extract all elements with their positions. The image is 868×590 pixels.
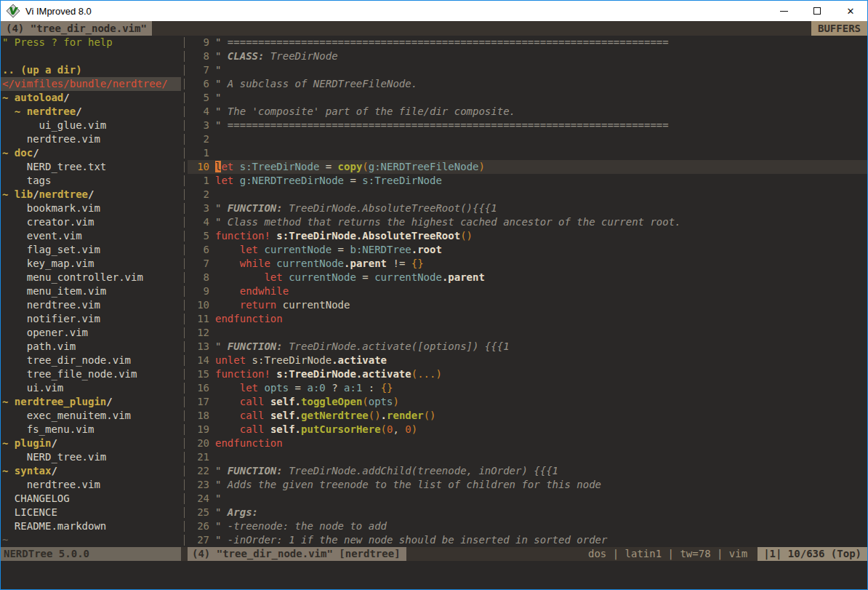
code-line[interactable]: 6" A subclass of NERDTreeFileNode. [188,77,867,91]
code-line[interactable]: 24" [188,492,867,506]
code-text: " -inOrder: 1 if the new node should be … [209,533,607,547]
line-number: 10 [188,160,209,174]
tree-file[interactable]: creator.vim [2,215,181,229]
tree-file[interactable]: ui.vim [2,381,181,395]
statusline-encoding: dos | latin1 | tw=78 | vim [578,547,758,561]
tree-file[interactable]: tags [2,174,181,188]
code-line[interactable]: 18 call self.getNerdtree().render() [188,409,867,423]
maximize-button[interactable] [800,1,834,21]
tree-file[interactable]: ui_glue.vim [2,119,181,132]
tree-file[interactable]: fs_menu.vim [2,423,181,436]
code-line[interactable]: 5" [188,91,867,105]
code-line[interactable]: 25" Args: [188,506,867,519]
code-line[interactable]: 11endfunction [188,312,867,326]
code-line[interactable]: 1 [188,146,867,160]
tree-file[interactable]: nerdtree.vim [2,478,181,492]
tree-file[interactable]: bookmark.vim [2,202,181,215]
code-line[interactable]: 14unlet s:TreeDirNode.activate [188,354,867,367]
tree-file[interactable]: NERD_tree.txt [2,160,181,174]
code-line[interactable]: 7 while currentNode.parent != {} [188,257,867,271]
tree-file[interactable]: NERD_tree.vim [2,450,181,464]
tree-file[interactable]: event.vim [2,229,181,243]
code-line[interactable]: 7" [188,63,867,77]
window-controls: ✕ [767,1,867,21]
tree-file[interactable]: opener.vim [2,326,181,340]
code-line[interactable]: 21 [188,450,867,464]
line-number: 20 [188,436,209,450]
line-number: 24 [188,492,209,506]
code-text [209,188,215,202]
tree-dir[interactable]: ~ plugin/ [2,436,181,450]
tree-file[interactable]: CHANGELOG [2,492,181,506]
tree-file[interactable]: menu_item.vim [2,284,181,298]
code-line[interactable]: 23" Adds the given treenode to the list … [188,478,867,492]
code-line[interactable]: 3" FUNCTION: TreeDirNode.AbsoluteTreeRoo… [188,202,867,215]
tree-file[interactable]: path.vim [2,340,181,354]
tree-file[interactable]: README.markdown [2,519,181,533]
tree-file[interactable]: LICENCE [2,506,181,519]
line-number: 7 [188,257,209,271]
tree-dir[interactable]: ~ nerdtree/ [2,105,181,119]
code-line[interactable]: 20endfunction [188,436,867,450]
tree-file[interactable]: flag_set.vim [2,243,181,257]
main-split: " Press ? for help.. (up a dir)</vimfile… [1,36,867,561]
tree-dir[interactable]: ~ nerdtree_plugin/ [2,395,181,409]
tree-dir[interactable]: ~ lib/nerdtree/ [2,188,181,202]
code-line[interactable]: 16 let opts = a:0 ? a:1 : {} [188,381,867,395]
code-line[interactable]: 15function! s:TreeDirNode.activate(...) [188,367,867,381]
code-line[interactable]: 12 [188,326,867,340]
code-text [209,450,215,464]
code-line[interactable]: 5function! s:TreeDirNode.AbsoluteTreeRoo… [188,229,867,243]
code-line[interactable]: 4" Class method that returns the highest… [188,215,867,229]
tree-file[interactable]: exec_menuitem.vim [2,409,181,423]
code-line[interactable]: 10 return currentNode [188,298,867,312]
code-line[interactable]: 9" =====================================… [188,36,867,49]
tree-file[interactable]: tree_file_node.vim [2,367,181,381]
tree-dir[interactable]: ~ syntax/ [2,464,181,478]
tree-up-a-dir[interactable]: .. (up a dir) [2,63,181,77]
code-text: let currentNode = b:NERDTree.root [209,243,442,257]
code-line[interactable]: 22" FUNCTION: TreeDirNode.addChild(treen… [188,464,867,478]
line-number: 21 [188,450,209,464]
code-line[interactable]: 8 let currentNode = currentNode.parent [188,271,867,284]
line-number: 14 [188,354,209,367]
tree-file[interactable]: nerdtree.vim [2,298,181,312]
tree-file[interactable]: tree_dir_node.vim [2,354,181,367]
code-line[interactable]: 17 call self.toggleOpen(opts) [188,395,867,409]
code-line[interactable]: 2 [188,188,867,202]
code-line[interactable]: 26" -treenode: the node to add [188,519,867,533]
line-number: 7 [188,63,209,77]
close-button[interactable]: ✕ [834,1,867,21]
command-line-area[interactable] [1,561,867,589]
code-line[interactable]: 8" CLASS: TreeDirNode [188,49,867,63]
tree-file[interactable]: notifier.vim [2,312,181,326]
tab-active-buffer[interactable]: (4) "tree_dir_node.vim" [1,21,152,36]
code-line[interactable]: 27" -inOrder: 1 if the new node should b… [188,533,867,547]
tree-file[interactable]: menu_controller.vim [2,271,181,284]
code-line[interactable]: 6 let currentNode = b:NERDTree.root [188,243,867,257]
minimize-button[interactable] [767,1,800,21]
tree-file[interactable]: nerdtree.vim [2,132,181,146]
code-line[interactable]: 9 endwhile [188,284,867,298]
nerdtree-statusline: NERDTree 5.0.0 [1,547,181,561]
code-line[interactable]: 19 call self.putCursorHere(0, 0) [188,423,867,436]
vertical-split-separator[interactable] [181,36,188,561]
line-number: 19 [188,423,209,436]
line-number: 12 [188,326,209,340]
tree-help-hint: " Press ? for help [2,36,181,49]
code-line-current[interactable]: 10let s:TreeDirNode = copy(g:NERDTreeFil… [188,160,867,174]
code-area[interactable]: 9" =====================================… [188,36,867,547]
tree-dir[interactable]: ~ doc/ [2,146,181,160]
code-line[interactable]: 4" The 'composite' part of the file/dir … [188,105,867,119]
code-line[interactable]: 3" =====================================… [188,119,867,132]
minimize-icon [780,11,788,12]
code-line[interactable]: 2 [188,132,867,146]
line-number: 8 [188,49,209,63]
tree-root-path[interactable]: </vimfiles/bundle/nerdtree/ [1,77,181,91]
tree-dir[interactable]: ~ autoload/ [2,91,181,105]
code-text: call self.toggleOpen(opts) [209,395,399,409]
code-line[interactable]: 13" FUNCTION: TreeDirNode.activate([opti… [188,340,867,354]
code-line[interactable]: 1let g:NERDTreeDirNode = s:TreeDirNode [188,174,867,188]
line-number: 10 [188,298,209,312]
tree-file[interactable]: key_map.vim [2,257,181,271]
